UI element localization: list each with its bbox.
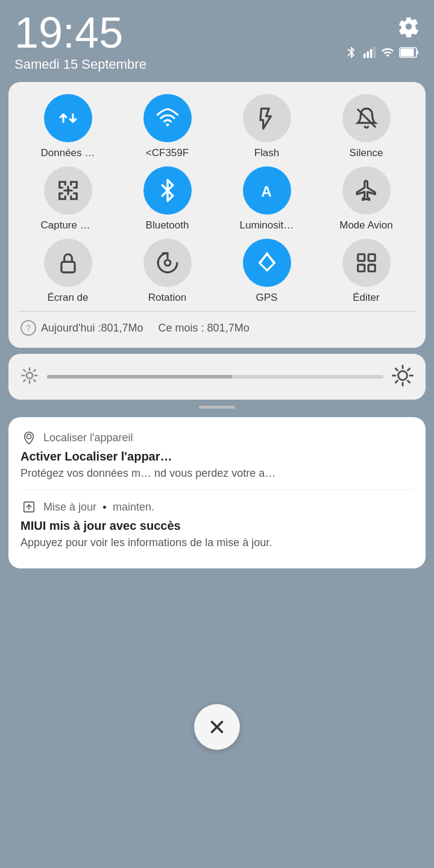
svg-line-25 xyxy=(34,380,36,382)
qs-silence[interactable]: Silence xyxy=(316,94,416,159)
svg-rect-2 xyxy=(370,49,373,58)
svg-line-29 xyxy=(34,370,36,371)
qs-silence-icon xyxy=(342,94,391,142)
svg-line-38 xyxy=(407,368,409,370)
qs-screen-lock[interactable]: Écran de xyxy=(18,239,118,304)
svg-line-28 xyxy=(24,380,25,382)
svg-point-13 xyxy=(165,260,171,266)
qs-wifi-label: <CF359F xyxy=(146,147,189,159)
close-button[interactable] xyxy=(194,704,240,750)
data-usage-month: Ce mois : 801,7Mo xyxy=(159,322,250,334)
brightness-fill xyxy=(47,375,232,379)
svg-rect-18 xyxy=(368,254,375,261)
data-usage-text: Aujourd'hui :801,7Mo Ce mois : 801,7Mo xyxy=(41,322,262,335)
quick-settings-panel: Données Mobile <CF359F Flash Silence xyxy=(8,82,426,348)
qs-gps[interactable]: GPS xyxy=(217,239,316,304)
qs-gps-label: GPS xyxy=(256,292,278,304)
svg-line-34 xyxy=(407,380,409,382)
svg-point-7 xyxy=(166,124,169,127)
brightness-high-icon xyxy=(392,365,414,389)
qs-airplane-label: Mode Avion xyxy=(339,219,393,231)
settings-icon[interactable] xyxy=(398,16,420,40)
qs-wifi-icon xyxy=(143,94,192,142)
qs-screenshot[interactable]: Capture d'écran xyxy=(18,166,118,231)
notif-update-time: mainten. xyxy=(113,501,154,513)
notif-dot xyxy=(103,506,106,509)
qs-airplane[interactable]: Mode Avion xyxy=(316,166,416,231)
date: Samedi 15 Septembre xyxy=(14,57,146,72)
status-icons xyxy=(345,46,420,59)
data-usage-icon: ? xyxy=(20,320,36,336)
notif-localize-appname: Localiser l'appareil xyxy=(43,432,133,444)
qs-rotation-icon xyxy=(143,239,192,287)
svg-rect-3 xyxy=(373,47,376,58)
svg-rect-6 xyxy=(401,49,414,57)
qs-edit[interactable]: Éditer xyxy=(316,239,416,304)
svg-rect-1 xyxy=(366,51,369,58)
qs-divider xyxy=(18,311,416,312)
qs-bluetooth-label: Bluetooth xyxy=(146,219,189,231)
notification-localize[interactable]: Localiser l'appareil Activer Localiser l… xyxy=(20,429,414,481)
svg-text:A: A xyxy=(261,183,271,200)
qs-screenshot-label: Capture d'écran xyxy=(41,219,95,231)
notif-localize-icon xyxy=(20,429,37,446)
qs-screen-lock-icon xyxy=(44,239,92,287)
qs-flash[interactable]: Flash xyxy=(217,94,316,159)
drag-handle[interactable] xyxy=(199,406,235,409)
svg-point-39 xyxy=(27,435,31,439)
qs-mobile-data[interactable]: Données Mobile xyxy=(18,94,118,159)
svg-rect-20 xyxy=(368,265,375,271)
notif-localize-body: Protégez vos données m… nd vous perdez v… xyxy=(20,466,414,481)
qs-screen-lock-label: Écran de xyxy=(47,292,88,304)
svg-line-37 xyxy=(395,380,397,382)
qs-mobile-data-icon xyxy=(44,94,92,142)
svg-point-21 xyxy=(27,373,33,379)
svg-rect-0 xyxy=(363,54,366,58)
svg-point-30 xyxy=(398,371,407,380)
qs-flash-icon xyxy=(243,94,291,142)
qs-auto-brightness-icon: A xyxy=(243,166,291,215)
qs-screenshot-icon xyxy=(44,166,92,215)
notif-divider xyxy=(20,489,414,490)
qs-gps-icon xyxy=(243,239,291,287)
qs-auto-brightness-label: Luminosité aute xyxy=(240,219,294,231)
notification-update[interactable]: Mise à jour mainten. MIUI mis à jour ave… xyxy=(20,498,414,550)
notif-update-header: Mise à jour mainten. xyxy=(20,498,414,515)
svg-line-24 xyxy=(24,370,25,371)
svg-rect-12 xyxy=(61,262,74,272)
notifications-panel: Localiser l'appareil Activer Localiser l… xyxy=(8,417,426,568)
qs-rotation-label: Rotation xyxy=(148,292,186,304)
qs-bluetooth-icon xyxy=(143,166,192,215)
qs-flash-label: Flash xyxy=(254,147,280,159)
status-bar: 19:45 Samedi 15 Septembre xyxy=(0,0,434,77)
qs-wifi[interactable]: <CF359F xyxy=(118,94,217,159)
qs-rotation[interactable]: Rotation xyxy=(118,239,217,304)
notif-localize-header: Localiser l'appareil xyxy=(20,429,414,446)
svg-line-33 xyxy=(395,368,397,370)
notif-update-title: MIUI mis à jour avec succès xyxy=(20,519,414,533)
brightness-panel xyxy=(8,354,426,400)
data-usage-today: Aujourd'hui :801,7Mo xyxy=(41,322,143,334)
qs-airplane-icon xyxy=(342,166,391,215)
clock: 19:45 xyxy=(14,11,146,54)
data-usage: ? Aujourd'hui :801,7Mo Ce mois : 801,7Mo xyxy=(18,318,416,338)
brightness-low-icon xyxy=(20,366,39,387)
qs-grid: Données Mobile <CF359F Flash Silence xyxy=(18,94,416,304)
notif-localize-title: Activer Localiser l'appar… xyxy=(20,450,414,464)
qs-edit-icon xyxy=(342,239,391,287)
svg-rect-19 xyxy=(357,265,364,271)
svg-rect-5 xyxy=(417,51,418,54)
brightness-slider[interactable] xyxy=(47,375,383,379)
notif-update-appname: Mise à jour mainten. xyxy=(43,501,154,514)
qs-edit-label: Éditer xyxy=(353,292,379,304)
qs-auto-brightness[interactable]: A Luminosité aute xyxy=(217,166,316,231)
notif-update-icon xyxy=(20,498,37,515)
qs-silence-label: Silence xyxy=(350,147,383,159)
notif-update-body: Appuyez pour voir les informations de la… xyxy=(20,535,414,550)
svg-rect-17 xyxy=(357,254,364,261)
qs-mobile-data-label: Données Mobile xyxy=(41,147,95,159)
qs-bluetooth[interactable]: Bluetooth xyxy=(118,166,217,231)
